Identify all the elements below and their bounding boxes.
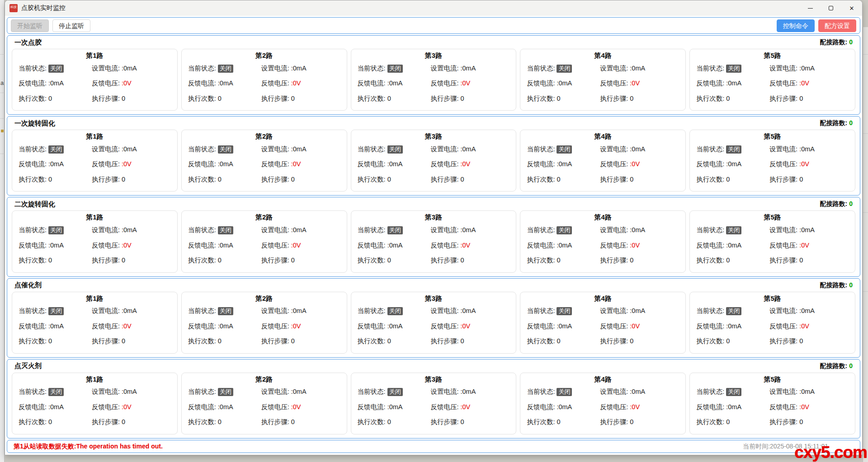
set-current: 设置电流::0mA	[431, 145, 510, 154]
set-current: 设置电流::0mA	[600, 387, 679, 396]
set-current-value: :0mA	[799, 388, 815, 395]
feedback-current-value: :0mA	[726, 79, 741, 87]
set-current-label: 设置电流:	[600, 226, 628, 233]
toolbar: 开始监听 停止监听 控制命令 配方设置	[7, 17, 860, 34]
feedback-current: 反馈电流::0mA	[19, 403, 92, 411]
exec-step-label: 执行步骤:	[600, 176, 628, 183]
feedback-current-value: :0mA	[726, 322, 741, 330]
feedback-current-label: 反馈电流:	[696, 160, 724, 168]
current-status: 当前状态:关闭	[527, 145, 600, 154]
set-current-value: :0mA	[122, 145, 137, 153]
feedback-current-label: 反馈电流:	[188, 242, 216, 249]
channel-values-grid: 当前状态:关闭设置电流::0mA反馈电流::0mA反馈电压::0V执行次数:0执…	[188, 141, 340, 187]
channel-values-grid: 当前状态:关闭设置电流::0mA反馈电流::0mA反馈电压::0V执行次数:0执…	[19, 141, 171, 187]
feedback-current-value: :0mA	[557, 242, 572, 249]
exec-step-label: 执行步骤:	[431, 257, 459, 264]
exec-step: 执行步骤:0	[261, 337, 340, 345]
exec-step-label: 执行步骤:	[431, 95, 459, 102]
feedback-current: 反馈电流::0mA	[696, 322, 769, 331]
exec-count-label: 执行次数:	[527, 95, 555, 102]
exec-step: 执行步骤:0	[431, 94, 510, 103]
set-current-value: :0mA	[461, 388, 476, 395]
exec-count: 执行次数:0	[358, 94, 431, 103]
set-current-label: 设置电流:	[431, 65, 459, 72]
exec-step: 执行步骤:0	[600, 175, 679, 184]
feedback-voltage-value: :0V	[291, 403, 301, 411]
current-status-label: 当前状态:	[19, 226, 47, 233]
exec-count-value: 0	[218, 95, 222, 102]
current-status-value: 关闭	[557, 145, 572, 154]
channel-title: 第3路	[358, 294, 510, 303]
start-monitor-button[interactable]: 开始监听	[11, 19, 49, 32]
set-current: 设置电流::0mA	[261, 387, 340, 396]
set-current-label: 设置电流:	[769, 65, 797, 72]
exec-count-value: 0	[557, 95, 560, 102]
current-status: 当前状态:关闭	[19, 307, 92, 315]
set-current-label: 设置电流:	[261, 388, 289, 395]
exec-count: 执行次数:0	[358, 337, 431, 345]
channel-values-grid: 当前状态:关闭设置电流::0mA反馈电流::0mA反馈电压::0V执行次数:0执…	[527, 222, 679, 268]
control-command-button[interactable]: 控制命令	[777, 19, 815, 32]
channel-card: 第4路当前状态:关闭设置电流::0mA反馈电流::0mA反馈电压::0V执行次数…	[520, 49, 686, 111]
stop-monitor-button[interactable]: 停止监听	[52, 19, 90, 32]
current-status-value: 关闭	[48, 226, 64, 234]
exec-count-label: 执行次数:	[358, 337, 386, 345]
current-status: 当前状态:关闭	[527, 64, 600, 73]
minimize-button[interactable]	[800, 0, 821, 16]
exec-step-value: 0	[799, 257, 803, 264]
current-status-value: 关闭	[218, 388, 233, 396]
set-current: 设置电流::0mA	[769, 387, 849, 396]
feedback-current-value: :0mA	[218, 242, 233, 249]
feedback-current-label: 反馈电流:	[527, 79, 555, 87]
feedback-voltage-label: 反馈电压:	[769, 242, 797, 249]
recipe-settings-button[interactable]: 配方设置	[818, 19, 856, 32]
exec-count: 执行次数:0	[188, 256, 261, 265]
set-current: 设置电流::0mA	[431, 387, 510, 396]
channel-values-grid: 当前状态:关闭设置电流::0mA反馈电流::0mA反馈电压::0V执行次数:0执…	[358, 141, 510, 187]
current-status-value: 关闭	[387, 145, 403, 154]
set-current-value: :0mA	[630, 388, 645, 395]
background-artifact	[1, 130, 4, 132]
feedback-current: 反馈电流::0mA	[188, 241, 261, 250]
channel-cards-row: 第1路当前状态:关闭设置电流::0mA反馈电流::0mA反馈电压::0V执行次数…	[7, 371, 860, 438]
exec-count: 执行次数:0	[188, 175, 261, 184]
channel-values-grid: 当前状态:关闭设置电流::0mA反馈电流::0mA反馈电压::0V执行次数:0执…	[696, 60, 849, 107]
current-status-label: 当前状态:	[188, 388, 216, 395]
status-bar: 第1从站读取数据失败:The operation has timed out. …	[7, 440, 860, 453]
exec-step: 执行步骤:0	[261, 175, 340, 184]
section-2: 一次旋转固化配接路数:0第1路当前状态:关闭设置电流::0mA反馈电流::0mA…	[7, 116, 860, 196]
current-status: 当前状态:关闭	[696, 387, 769, 396]
set-current-value: :0mA	[799, 65, 815, 72]
exec-count-label: 执行次数:	[188, 95, 216, 102]
current-status-value: 关闭	[48, 307, 64, 315]
watermark: cxy5.com	[794, 443, 867, 462]
section-header: 一次旋转固化配接路数:0	[7, 117, 860, 128]
exec-count: 执行次数:0	[527, 94, 600, 103]
feedback-current: 反馈电流::0mA	[19, 322, 92, 331]
section-header: 点催化剂配接路数:0	[7, 279, 860, 290]
feedback-voltage-label: 反馈电压:	[600, 160, 628, 168]
feedback-current-value: :0mA	[387, 79, 403, 87]
exec-step-label: 执行步骤:	[600, 95, 628, 102]
exec-count: 执行次数:0	[527, 256, 600, 265]
exec-count-label: 执行次数:	[696, 95, 724, 102]
feedback-current-value: :0mA	[557, 322, 572, 330]
feedback-voltage-label: 反馈电压:	[600, 79, 628, 87]
feedback-current-label: 反馈电流:	[19, 242, 47, 249]
set-current-label: 设置电流:	[769, 388, 797, 395]
set-current: 设置电流::0mA	[92, 307, 171, 315]
feedback-current-value: :0mA	[387, 160, 403, 168]
maximize-button[interactable]	[821, 0, 841, 16]
current-status: 当前状态:关闭	[19, 145, 92, 154]
exec-step-label: 执行步骤:	[769, 176, 797, 183]
channel-title: 第3路	[358, 375, 510, 384]
close-icon: ✕	[849, 5, 854, 11]
set-current-value: :0mA	[630, 65, 645, 72]
feedback-current-value: :0mA	[218, 160, 233, 168]
current-status: 当前状态:关闭	[696, 226, 769, 234]
channel-title: 第2路	[188, 213, 340, 222]
close-button[interactable]: ✕	[841, 0, 862, 16]
exec-count-label: 执行次数:	[358, 95, 386, 102]
channel-values-grid: 当前状态:关闭设置电流::0mA反馈电流::0mA反馈电压::0V执行次数:0执…	[358, 60, 510, 107]
feedback-current: 反馈电流::0mA	[527, 160, 600, 168]
